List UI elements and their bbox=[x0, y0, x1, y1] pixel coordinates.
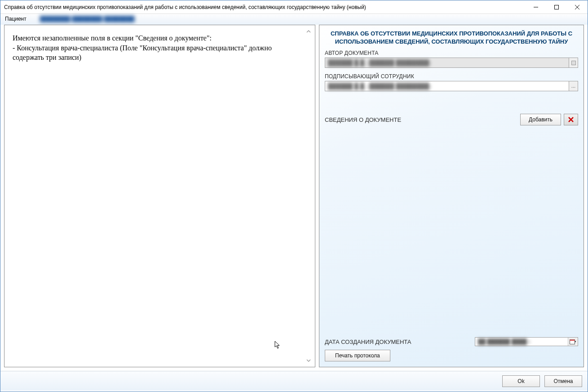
patient-label: Пациент bbox=[5, 16, 27, 22]
window-title: Справка об отсутствии медицинских против… bbox=[0, 4, 526, 10]
validation-pane: Имеются незаполненные поля в секции "Све… bbox=[4, 25, 315, 367]
minimize-button[interactable] bbox=[526, 0, 546, 14]
form-spacer bbox=[325, 128, 578, 334]
author-label: АВТОР ДОКУМЕНТА bbox=[325, 50, 578, 56]
author-input-row: ██████ █.█. (██████ ████████) bbox=[325, 58, 578, 68]
signer-field-wrap: ПОДПИСЫВАЮЩИЙ СОТРУДНИК ██████ █.█. (███… bbox=[325, 73, 578, 91]
author-input: ██████ █.█. (██████ ████████) bbox=[325, 58, 569, 67]
signer-label: ПОДПИСЫВАЮЩИЙ СОТРУДНИК bbox=[325, 73, 578, 80]
section-row: СВЕДЕНИЯ О ДОКУМЕНТЕ Добавить bbox=[325, 114, 578, 125]
print-protocol-button[interactable]: Печать протокола bbox=[325, 350, 390, 361]
close-button[interactable] bbox=[567, 0, 588, 14]
delete-button[interactable] bbox=[564, 114, 578, 125]
author-picker-button[interactable] bbox=[569, 58, 578, 67]
svg-rect-1 bbox=[555, 5, 559, 9]
footer: Ok Отмена bbox=[0, 371, 588, 391]
ok-button[interactable]: Ok bbox=[502, 375, 540, 387]
date-field[interactable]: ██ ██████ ████ г. ▾ bbox=[475, 337, 578, 346]
titlebar: Справка об отсутствии медицинских против… bbox=[0, 0, 588, 14]
scroll-up-icon[interactable] bbox=[305, 28, 312, 35]
date-row: ДАТА СОЗДАНИЯ ДОКУМЕНТА ██ ██████ ████ г… bbox=[325, 337, 578, 346]
signer-picker-button[interactable]: … bbox=[569, 81, 578, 91]
date-value[interactable]: ██ ██████ ████ г. bbox=[475, 338, 568, 346]
add-button[interactable]: Добавить bbox=[520, 114, 561, 125]
print-row: Печать протокола bbox=[325, 350, 578, 361]
cancel-button[interactable]: Отмена bbox=[544, 375, 582, 387]
svg-rect-8 bbox=[570, 340, 575, 341]
maximize-button[interactable] bbox=[546, 0, 567, 14]
calendar-button[interactable]: ▾ bbox=[568, 338, 578, 346]
validation-heading: Имеются незаполненные поля в секции "Све… bbox=[13, 33, 297, 43]
section-label: СВЕДЕНИЯ О ДОКУМЕНТЕ bbox=[325, 116, 520, 123]
scroll-down-icon[interactable] bbox=[305, 357, 312, 364]
patient-name: ████████ ████████ ████████ bbox=[40, 16, 135, 22]
svg-rect-4 bbox=[571, 61, 575, 65]
document-heading: СПРАВКА ОБ ОТСУТСТВИИ МЕДИЦИНСКИХ ПРОТИВ… bbox=[325, 30, 578, 50]
main-area: Имеются незаполненные поля в секции "Све… bbox=[0, 25, 588, 371]
signer-input[interactable]: ██████ █.█. (██████ ████████) bbox=[325, 81, 569, 91]
author-field-wrap: АВТОР ДОКУМЕНТА ██████ █.█. (██████ ████… bbox=[325, 50, 578, 68]
signer-input-row: ██████ █.█. (██████ ████████) … bbox=[325, 81, 578, 91]
form-pane: СПРАВКА ОБ ОТСУТСТВИИ МЕДИЦИНСКИХ ПРОТИВ… bbox=[319, 25, 584, 367]
patient-row: Пациент ████████ ████████ ████████ bbox=[0, 14, 588, 25]
date-label: ДАТА СОЗДАНИЯ ДОКУМЕНТА bbox=[325, 339, 475, 345]
validation-item: - Консультация врача-специалиста (Поле "… bbox=[13, 43, 297, 62]
